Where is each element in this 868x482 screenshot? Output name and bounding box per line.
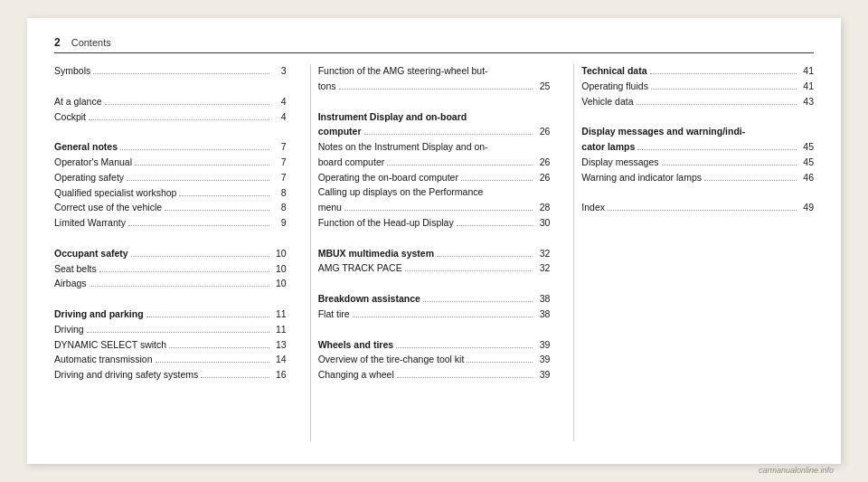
toc-section: Wheels and tires39Overview of the tire-c… [318, 338, 551, 383]
toc-entry: Index49 [581, 201, 814, 215]
toc-entry: MBUX multimedia system32 [318, 247, 551, 261]
entry-title: AMG TRACK PACE [318, 261, 402, 276]
entry-title: Changing a wheel [318, 368, 394, 383]
entry-page: 32 [535, 261, 550, 276]
toc-section: Index49 [581, 201, 814, 215]
entry-dots [364, 134, 533, 135]
entry-title: Seat belts [54, 262, 97, 277]
page-number: 2 [54, 36, 61, 49]
entry-page: 26 [535, 125, 550, 139]
entry-page: 25 [535, 80, 550, 94]
section-gap [581, 118, 814, 125]
entry-page: 11 [272, 323, 287, 337]
entry-title: Cockpit [54, 110, 86, 125]
entry-page: 11 [272, 307, 287, 322]
section-gap [581, 194, 814, 201]
entry-page: 16 [272, 368, 287, 383]
entry-dots [704, 180, 797, 181]
entry-page: 13 [272, 338, 287, 353]
toc-entry: menu28 [318, 201, 551, 215]
entry-page: 30 [535, 216, 550, 231]
section-gap [54, 133, 287, 140]
entry-title: Limited Warranty [54, 216, 126, 231]
entry-page: 38 [535, 307, 550, 322]
entry-dots [87, 332, 269, 333]
toc-entry: Automatic transmission14 [54, 353, 287, 367]
toc-entry: Wheels and tires39 [318, 338, 551, 353]
entry-title: Display messages and warning/indi- [581, 125, 745, 139]
entry-page: 45 [799, 156, 814, 170]
page-content: 2 Contents Symbols3At a glance4Cockpit4G… [27, 18, 841, 464]
entry-dots [90, 286, 269, 287]
watermark: carmanualonline.info [759, 466, 834, 475]
toc-entry: Operating safety7 [54, 171, 287, 185]
entry-title: computer [318, 125, 362, 139]
entry-dots [637, 104, 797, 105]
entry-dots [662, 165, 797, 165]
entry-title: menu [318, 201, 342, 215]
entry-title: Notes on the Instrument Display and on- [318, 140, 488, 155]
entry-page: 26 [535, 156, 550, 170]
entry-title: Driving [54, 323, 84, 337]
entry-dots [405, 270, 533, 271]
entry-page: 43 [799, 95, 814, 109]
toc-section: MBUX multimedia system32AMG TRACK PACE32 [318, 247, 551, 277]
toc-section: Driving and parking11Driving11DYNAMIC SE… [54, 307, 287, 383]
entry-title: Driving and driving safety systems [54, 368, 198, 383]
entry-title: Operating fluids [581, 80, 648, 94]
section-gap [54, 88, 287, 95]
toc-entry: Correct use of the vehicle8 [54, 201, 287, 215]
toc-entry: Technical data41 [581, 64, 814, 79]
entry-page: 10 [272, 277, 287, 291]
entry-title: Wheels and tires [318, 338, 393, 353]
entry-dots [93, 73, 269, 74]
entry-page: 7 [272, 140, 287, 155]
section-gap [54, 240, 287, 247]
entry-dots [128, 225, 269, 226]
entry-dots [135, 165, 269, 165]
toc-entry: Display messages and warning/indi- [581, 125, 814, 139]
entry-title: Overview of the tire-change tool kit [318, 353, 465, 367]
toc-entry: Airbags10 [54, 277, 287, 291]
entry-title: Breakdown assistance [318, 292, 420, 307]
entry-page: 41 [799, 64, 814, 79]
entry-dots [105, 104, 269, 105]
toc-entry: tons25 [318, 80, 551, 94]
toc-entry: Limited Warranty9 [54, 216, 287, 231]
toc-section: Function of the AMG steering-wheel but-t… [318, 64, 551, 94]
entry-title: Warning and indicator lamps [581, 171, 702, 185]
toc-entry: General notes7 [54, 140, 287, 155]
entry-dots [461, 180, 533, 181]
entry-page: 8 [272, 186, 287, 201]
entry-page: 49 [799, 201, 814, 215]
toc-content: Symbols3At a glance4Cockpit4General note… [54, 64, 814, 441]
entry-page: 10 [272, 247, 287, 261]
entry-page: 14 [272, 353, 287, 367]
toc-entry: Function of the AMG steering-wheel but- [318, 64, 551, 79]
toc-entry: Warning and indicator lamps46 [581, 171, 814, 185]
entry-title: Function of the AMG steering-wheel but- [318, 64, 488, 79]
entry-dots [169, 347, 269, 348]
entry-title: Operating the on-board computer [318, 171, 458, 185]
toc-section: At a glance4Cockpit4 [54, 95, 287, 125]
toc-entry: Overview of the tire-change tool kit39 [318, 353, 551, 367]
toc-column-3: Technical data41Operating fluids41Vehicl… [581, 64, 814, 441]
page-header: 2 Contents [54, 36, 814, 53]
entry-title: Vehicle data [581, 95, 633, 109]
entry-dots [99, 271, 269, 272]
toc-entry: Vehicle data43 [581, 95, 814, 109]
entry-dots [89, 119, 269, 120]
entry-dots [156, 362, 269, 363]
entry-page: 38 [535, 292, 550, 307]
entry-dots [353, 317, 533, 317]
section-gap [54, 300, 287, 307]
entry-title: Driving and parking [54, 307, 144, 322]
toc-entry: Seat belts10 [54, 262, 287, 277]
entry-page: 41 [799, 80, 814, 94]
entry-page: 39 [535, 353, 550, 367]
entry-title: Calling up displays on the Performance [318, 185, 484, 200]
entry-page: 28 [535, 201, 550, 215]
entry-title: Technical data [581, 64, 646, 79]
entry-page: 4 [272, 110, 287, 125]
entry-title: Index [581, 201, 605, 215]
